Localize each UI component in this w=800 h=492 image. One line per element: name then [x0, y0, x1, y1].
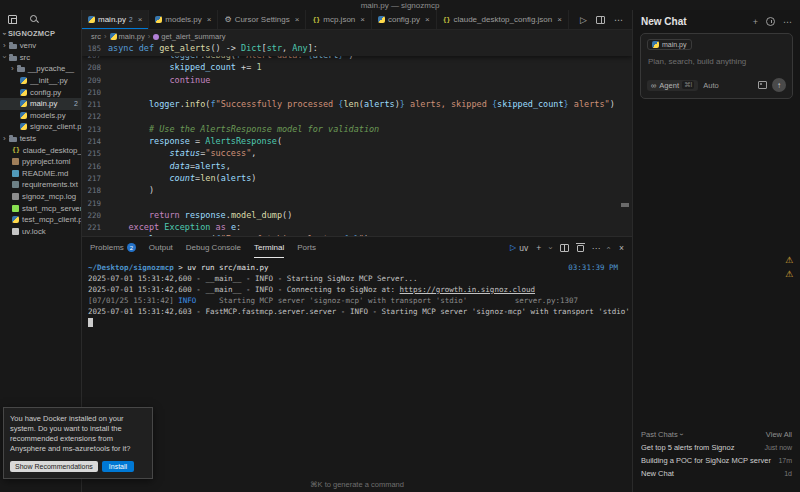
editor-more-icon[interactable]: ⋯: [614, 15, 623, 25]
search-icon[interactable]: [29, 14, 39, 24]
terminal-profile-label: uv: [519, 243, 528, 253]
panel-tab-output[interactable]: Output: [149, 237, 173, 258]
chat-controls: ∞ Agent ⌘I Auto ↑: [647, 78, 786, 92]
panel-tab-ports[interactable]: Ports: [297, 237, 316, 258]
image-icon[interactable]: [758, 81, 767, 89]
history-icon[interactable]: [766, 17, 775, 26]
code-text: logger.info(f"Successfully processed {le…: [108, 99, 615, 111]
model-selector[interactable]: Auto: [703, 81, 718, 90]
tab-label: claude_desktop_config.json: [453, 15, 552, 24]
code-editor[interactable]: 185 async def get_alerts() -> Dict[str, …: [82, 43, 632, 236]
token: ,: [251, 148, 256, 158]
chat-panel: New Chat + ⋯ main.py Plan, search, build…: [632, 10, 800, 492]
context-chip-row: main.py: [647, 39, 786, 50]
warning-icon[interactable]: ⚠: [785, 256, 793, 265]
install-button[interactable]: Install: [102, 461, 134, 472]
close-icon[interactable]: ×: [207, 15, 212, 24]
code-line: 210: [82, 87, 632, 99]
terminal[interactable]: ~/Desktop/signozmcp > uv run src/main.py…: [82, 258, 632, 492]
tree-item-requirements-txt[interactable]: requirements.txt: [0, 179, 81, 191]
tree-item-uv-lock[interactable]: uv.lock: [0, 226, 81, 238]
breadcrumb-item-main-py[interactable]: main.py: [110, 32, 145, 41]
breadcrumb-label: src: [91, 32, 101, 41]
split-terminal-icon[interactable]: [560, 244, 569, 252]
explorer-icon[interactable]: [8, 15, 17, 24]
maximize-panel-icon[interactable]: ›: [606, 246, 614, 249]
tree-item-signoz-mcp-log[interactable]: signoz_mcp.log: [0, 191, 81, 203]
tab-cursor-settings[interactable]: ⚙Cursor Settings×: [218, 10, 306, 29]
terminal-profile[interactable]: ▷ uv: [510, 243, 528, 253]
line-number: 217: [82, 173, 108, 185]
scrollbar-thumb[interactable]: [621, 203, 629, 207]
breadcrumb-item-src[interactable]: src: [91, 32, 101, 41]
token: :: [236, 222, 241, 232]
tab-label: config.py: [388, 15, 420, 24]
tree-item-label: README.md: [22, 169, 68, 178]
tree-item-venv[interactable]: ›venv: [0, 40, 81, 52]
past-chat-time: 1d: [784, 470, 792, 477]
token: skipped_count: [169, 62, 236, 72]
view-all-link[interactable]: View All: [766, 430, 792, 439]
chevron-right-icon: ›: [3, 135, 6, 143]
close-icon[interactable]: ×: [425, 15, 430, 24]
tree-item-main-py[interactable]: main.py2: [0, 98, 81, 110]
panel-tab-problems[interactable]: Problems2: [90, 237, 136, 258]
tree-item-init-py[interactable]: __init__.py: [0, 75, 81, 87]
split-editor-icon[interactable]: [596, 16, 605, 24]
tree-item-readme-md[interactable]: README.md: [0, 168, 81, 180]
new-chat-icon[interactable]: +: [753, 17, 758, 27]
tab-config-py[interactable]: config.py×: [372, 10, 437, 29]
tab-claude-desktop-config-json[interactable]: {}claude_desktop_config.json×: [437, 10, 569, 29]
close-icon[interactable]: ×: [138, 15, 143, 24]
new-terminal-button[interactable]: +: [536, 243, 541, 253]
tab-mcp-json[interactable]: {}mcp.json×: [306, 10, 372, 29]
tree-item-start-mcp-server-sh[interactable]: start_mcp_server.sh: [0, 202, 81, 214]
close-icon[interactable]: ×: [295, 15, 300, 24]
token: 2025-07-01 15:31:42,600 - __main__ - INF…: [88, 274, 418, 283]
tree-item-src[interactable]: ›src: [0, 52, 81, 64]
panel-tab-debug-console[interactable]: Debug Console: [186, 237, 241, 258]
show-recommendations-button[interactable]: Show Recommendations: [10, 461, 98, 472]
tab-models-py[interactable]: models.py×: [149, 10, 218, 29]
close-panel-icon[interactable]: ×: [619, 243, 624, 253]
tree-item-tests[interactable]: ›tests: [0, 133, 81, 145]
past-chat-item[interactable]: Building a POC for SigNoz MCP server17m: [641, 456, 792, 469]
past-chat-item[interactable]: Get top 5 alerts from SignozJust now: [641, 443, 792, 456]
terminal-dropdown-icon[interactable]: ›: [547, 246, 555, 249]
panel-tab-terminal[interactable]: Terminal: [254, 237, 284, 258]
token: str: [267, 43, 282, 53]
chat-more-icon[interactable]: ⋯: [783, 17, 792, 27]
kill-terminal-icon[interactable]: [577, 245, 584, 252]
terminal-right-text: server.py:1307: [515, 295, 578, 306]
tree-item-pyproject-toml[interactable]: pyproject.toml: [0, 156, 81, 168]
tree-item-models-py[interactable]: models.py: [0, 110, 81, 122]
tree-item-claude-desktop-con[interactable]: {}claude_desktop_con...: [0, 144, 81, 156]
tree-item-config-py[interactable]: config.py: [0, 86, 81, 98]
warning-icon[interactable]: ⚠: [785, 270, 793, 279]
explorer-root[interactable]: › SIGNOZMCP: [0, 26, 81, 40]
past-chat-title: Get top 5 alerts from Signoz: [641, 443, 760, 452]
tab-main-py[interactable]: main.py2×: [82, 10, 149, 29]
editor-actions: ▷ ⋯: [571, 10, 632, 29]
close-icon[interactable]: ×: [557, 15, 562, 24]
folder-icon: [9, 56, 17, 61]
past-chat-item[interactable]: New Chat1d: [641, 469, 792, 482]
run-button[interactable]: ▷: [580, 15, 587, 25]
tree-item-signoz-client-py[interactable]: signoz_client.py: [0, 121, 81, 133]
breadcrumb-item-get-alert-summary[interactable]: get_alert_summary: [153, 32, 225, 41]
panel-more-icon[interactable]: ⋯: [592, 243, 601, 253]
token: [108, 148, 169, 158]
context-chip[interactable]: main.py: [647, 39, 692, 50]
tree-item-test-mcp-client-py[interactable]: test_mcp_client.py: [0, 214, 81, 226]
code-line: 208 skipped_count += 1: [82, 62, 632, 74]
chevron-right-icon: ›: [11, 65, 14, 73]
chat-input[interactable]: main.py Plan, search, build anything ∞ A…: [640, 33, 793, 99]
token: ): [610, 99, 615, 109]
line-number: 219: [82, 198, 108, 210]
chat-header-icons: + ⋯: [753, 17, 792, 27]
past-chats-toggle[interactable]: Past Chats ›: [641, 430, 682, 439]
send-button[interactable]: ↑: [772, 78, 786, 92]
agent-mode-selector[interactable]: ∞ Agent ⌘I: [647, 80, 698, 91]
close-icon[interactable]: ×: [360, 15, 365, 24]
tree-item-pycache[interactable]: ›__pycache__: [0, 63, 81, 75]
